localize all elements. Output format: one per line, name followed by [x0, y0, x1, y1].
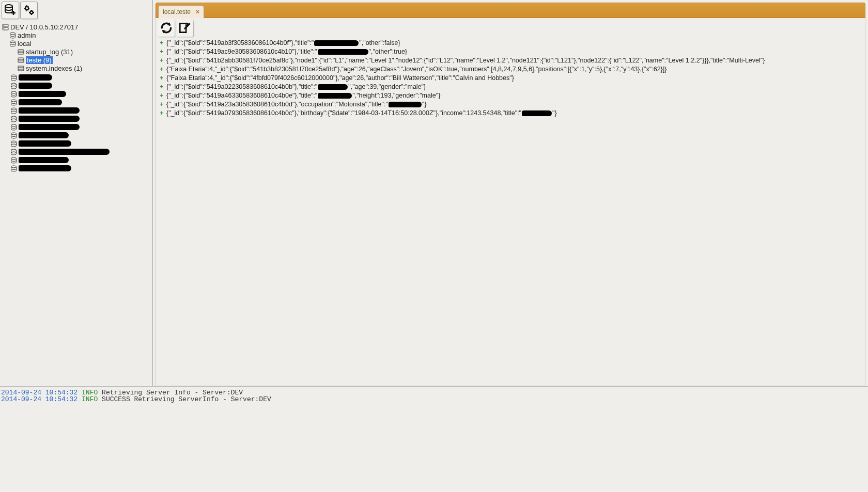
expand-icon[interactable]: + — [159, 47, 164, 56]
svg-rect-15 — [18, 66, 24, 71]
tree-database-node-redacted[interactable] — [10, 139, 152, 148]
collection-icon — [18, 65, 24, 72]
expand-icon[interactable]: + — [159, 56, 164, 65]
redacted-label — [19, 157, 69, 163]
tab-bar: local.teste × — [156, 3, 865, 18]
document-row[interactable]: +{"_id":{"$oid":"541b2abb30581f70ce25af8… — [159, 56, 863, 65]
database-icon — [10, 157, 17, 164]
tree-collection-label: system.indexes (1) — [26, 65, 82, 72]
tree-database-node[interactable]: admin — [2, 31, 152, 39]
sidebar-toolbar — [0, 0, 152, 22]
svg-point-7 — [10, 33, 16, 35]
document-json: {"_id":{"$oid":"5419a07930583608610c4b0c… — [166, 109, 557, 118]
expand-icon[interactable]: + — [159, 74, 164, 83]
document-list: +{"_id":{"$oid":"5419ab3f30583608610c4b0… — [156, 38, 865, 124]
database-icon — [10, 165, 17, 172]
svg-point-20 — [11, 91, 17, 93]
expand-icon[interactable]: + — [159, 109, 164, 118]
document-row[interactable]: +{"_id":{"$oid":"5419ac9e30583608610c4b1… — [159, 47, 863, 56]
redacted-label — [19, 116, 80, 122]
refresh-button[interactable] — [158, 20, 175, 37]
database-icon — [10, 83, 17, 89]
database-icon — [10, 124, 17, 131]
tree-collection-node[interactable]: startup_log (31) — [2, 47, 152, 56]
tab-body: +{"_id":{"$oid":"5419ab3f30583608610c4b0… — [156, 18, 865, 386]
svg-point-25 — [11, 133, 17, 135]
tree-database-node-redacted[interactable] — [10, 98, 152, 106]
tree-collection-label: teste (9) — [26, 56, 53, 64]
database-icon — [10, 149, 17, 155]
database-plus-icon — [4, 4, 17, 18]
new-connection-button[interactable] — [2, 2, 19, 19]
redacted-label — [19, 99, 62, 105]
expand-icon[interactable]: + — [159, 91, 164, 100]
svg-point-24 — [11, 124, 17, 126]
tab[interactable]: local.teste × — [158, 5, 204, 18]
tree-database-node-redacted[interactable] — [10, 164, 152, 172]
svg-point-8 — [10, 41, 16, 43]
settings-button[interactable] — [20, 2, 38, 19]
expand-icon[interactable]: + — [159, 39, 164, 47]
redacted-label — [19, 83, 52, 89]
svg-point-5 — [4, 25, 5, 26]
tree-database-node-redacted[interactable] — [10, 90, 152, 98]
tree-server-label: DEV / 10.0.5.10:27017 — [10, 23, 79, 31]
redacted-database-list — [2, 72, 152, 172]
edit-button[interactable] — [177, 20, 193, 37]
main-panel: local.teste × + — [153, 0, 868, 386]
document-row[interactable]: +{"_id":{"$oid":"5419a23a30583608610c4b0… — [159, 100, 863, 109]
redacted-label — [19, 149, 110, 155]
redacted-label — [19, 132, 69, 138]
refresh-icon — [160, 21, 173, 36]
svg-point-2 — [30, 11, 33, 13]
document-row[interactable]: +{"_id":{"$oid":"5419a02230583608610c4b0… — [159, 83, 863, 91]
log-line: 2014-09-24 10:54:32 INFO SUCCESS Retriev… — [1, 396, 867, 403]
redacted-label — [19, 140, 71, 147]
document-json: {"Faixa Etaria":4,"_id":{"$oid":"4fbfd07… — [166, 74, 514, 83]
collection-icon — [18, 49, 24, 55]
database-icon — [10, 107, 17, 114]
tree-server-node[interactable]: DEV / 10.0.5.10:27017 — [2, 23, 152, 31]
redacted-label — [19, 165, 71, 171]
svg-point-18 — [11, 75, 17, 77]
database-icon — [10, 116, 17, 122]
tree-database-node-redacted[interactable] — [10, 106, 152, 115]
redacted-value — [318, 84, 348, 90]
expand-icon[interactable]: + — [159, 100, 164, 109]
tree-database-node[interactable]: local — [2, 39, 152, 47]
tree-collection-node[interactable]: teste (9) — [2, 56, 152, 64]
svg-rect-3 — [3, 24, 8, 27]
document-row[interactable]: +{"Faixa Etaria":4,"_id":{"$oid":"4fbfd0… — [159, 74, 863, 83]
redacted-value — [318, 93, 352, 99]
database-icon — [10, 74, 17, 81]
document-json: {"Faixa Etaria":4,"_id":{"$oid":"541b3b8… — [166, 65, 667, 74]
tree-collection-node[interactable]: system.indexes (1) — [2, 64, 152, 72]
gears-icon — [23, 4, 35, 18]
document-row[interactable]: +{"Faixa Etaria":4,"_id":{"$oid":"541b3b… — [159, 65, 863, 74]
log-level: INFO — [82, 395, 98, 403]
collection-icon — [18, 57, 24, 64]
tree-collection-label: startup_log (31) — [26, 48, 73, 56]
redacted-value — [318, 49, 368, 55]
tree-database-node-redacted[interactable] — [10, 131, 152, 139]
svg-point-29 — [11, 166, 17, 168]
tree-database-node-redacted[interactable] — [10, 115, 152, 123]
tab-close-button[interactable]: × — [196, 8, 199, 15]
sidebar: DEV / 10.0.5.10:27017 adminlocalstartup_… — [0, 0, 153, 386]
tree-database-node-redacted[interactable] — [10, 123, 152, 131]
document-row[interactable]: +{"_id":{"$oid":"5419a07930583608610c4b0… — [159, 109, 863, 118]
redacted-value — [389, 102, 422, 107]
tree-database-node-redacted[interactable] — [10, 73, 152, 82]
svg-point-0 — [5, 5, 12, 8]
expand-icon[interactable]: + — [159, 83, 164, 91]
document-row[interactable]: +{"_id":{"$oid":"5419ab3f30583608610c4b0… — [159, 39, 863, 47]
tree-database-node-redacted[interactable] — [10, 148, 152, 156]
tree-database-node-redacted[interactable] — [10, 156, 152, 164]
expand-icon[interactable]: + — [159, 65, 164, 74]
svg-rect-12 — [18, 58, 24, 62]
tree-database-node-redacted[interactable] — [10, 82, 152, 90]
redacted-value — [522, 110, 552, 116]
svg-point-21 — [11, 100, 17, 102]
edit-icon — [178, 21, 192, 36]
document-row[interactable]: +{"_id":{"$oid":"5419a46330583608610c4b0… — [159, 91, 863, 100]
